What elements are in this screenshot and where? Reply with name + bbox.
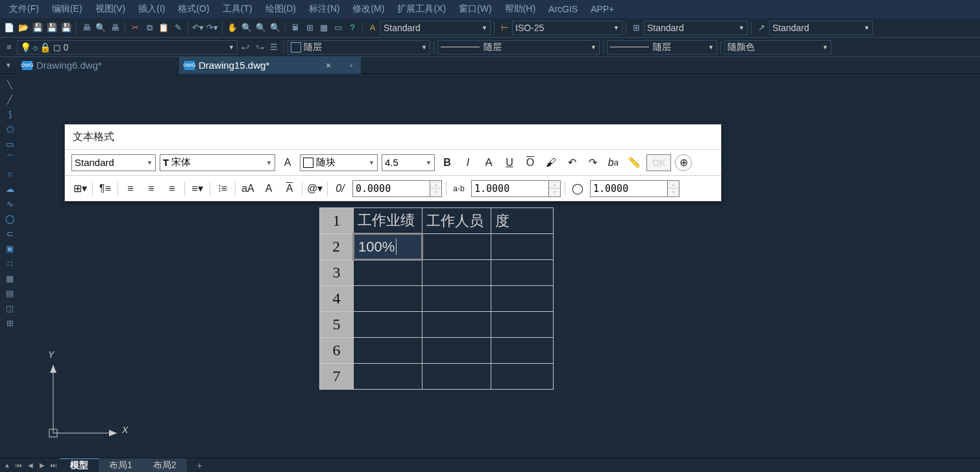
tracking-input[interactable]	[352, 180, 430, 197]
oblique-icon[interactable]: 0/	[332, 180, 349, 197]
layermatch-icon[interactable]: ⮑	[253, 41, 266, 54]
width-factor-icon[interactable]: a-b	[450, 180, 467, 197]
table-cell[interactable]	[423, 338, 491, 364]
menu-help[interactable]: 帮助(H)	[500, 2, 541, 16]
spin-down-icon[interactable]: ▼	[668, 189, 679, 196]
menu-view[interactable]: 视图(V)	[90, 2, 131, 16]
menu-edit[interactable]: 编辑(E)	[47, 2, 88, 16]
xline-icon[interactable]: ╱	[3, 93, 16, 106]
layerstates-icon[interactable]: ☰	[267, 41, 280, 54]
menu-arcgis[interactable]: ArcGIS	[543, 3, 583, 16]
color-combo[interactable]: 随层▼	[288, 40, 430, 54]
table-icon[interactable]: ⊞	[303, 21, 316, 34]
table-cell[interactable]	[423, 364, 491, 390]
ellipse-icon[interactable]: ◯	[3, 212, 16, 225]
layout-tab-add[interactable]: +	[187, 458, 213, 473]
tab-dropdown-button[interactable]: ▼	[0, 57, 17, 74]
menu-format[interactable]: 格式(O)	[173, 2, 214, 16]
tab-next-icon[interactable]: ▶	[36, 462, 48, 469]
numbering-icon[interactable]: ⁝≡	[214, 180, 231, 197]
arc2-icon[interactable]: ⌒	[3, 152, 16, 165]
tab-first-icon[interactable]: ⏮	[13, 462, 25, 469]
table-cell[interactable]	[354, 286, 423, 312]
block-icon[interactable]: ▣	[3, 242, 16, 255]
circle-icon[interactable]: ○	[3, 167, 16, 180]
spin-up-icon[interactable]: ▲	[668, 181, 679, 189]
menu-draw[interactable]: 绘图(D)	[260, 2, 301, 16]
paste-icon[interactable]: 📋	[157, 21, 170, 34]
ellipsearc-icon[interactable]: ⊂	[3, 227, 16, 240]
highlight-icon[interactable]: 🖌	[543, 154, 559, 171]
tab-last-icon[interactable]: ⏭	[48, 462, 60, 469]
cut-icon[interactable]: ✂	[129, 21, 141, 34]
table-cell[interactable]	[423, 260, 491, 286]
spline-icon[interactable]: ∿	[3, 197, 16, 210]
layer-combo[interactable]: 💡 ☼ 🔒 ◻ 0 ▼	[17, 40, 238, 54]
region-icon[interactable]: ◫	[3, 301, 16, 314]
row-header[interactable]: 5	[320, 312, 354, 338]
vec-a-icon[interactable]: A	[281, 180, 298, 197]
gradient-icon[interactable]: ▤	[3, 287, 16, 300]
redo-button[interactable]: ↷	[584, 154, 601, 171]
close-icon[interactable]: ×	[326, 60, 331, 71]
saveas-icon[interactable]: 💾	[60, 21, 73, 34]
undo-button[interactable]: ↶	[563, 154, 580, 171]
table-cell[interactable]	[491, 234, 554, 260]
line-icon[interactable]: ╲	[3, 78, 16, 91]
table-cell[interactable]	[423, 312, 491, 338]
plot-icon[interactable]: 🖶	[80, 21, 93, 34]
table-cell[interactable]	[354, 312, 423, 338]
table-cell[interactable]	[354, 260, 423, 286]
row-header[interactable]: 6	[320, 338, 354, 364]
table-header-cell[interactable]: 工作业绩	[354, 208, 423, 234]
doc-tab-inactive[interactable]: DWG Drawing6.dwg*	[17, 57, 179, 74]
dim-style-combo[interactable]: ISO-25▼	[512, 21, 622, 35]
hatch-icon[interactable]: ▦	[3, 272, 16, 285]
layermgr-icon[interactable]: ≡	[3, 41, 16, 54]
textstyle-icon[interactable]: A	[366, 21, 379, 34]
pan-icon[interactable]: ✋	[226, 21, 239, 34]
align-center-icon[interactable]: ≡	[143, 180, 160, 197]
oblique-spinner[interactable]: ▲▼	[590, 180, 680, 197]
height-select[interactable]: 4.5▼	[382, 154, 435, 171]
preview-icon[interactable]: 🔍	[94, 21, 107, 34]
text-style-combo[interactable]: Standard▼	[380, 21, 491, 35]
calc-icon[interactable]: 🖩	[289, 21, 302, 34]
text-style-select[interactable]: Standard▼	[71, 154, 156, 171]
table-cell[interactable]	[354, 338, 423, 364]
help-icon[interactable]: ?	[346, 21, 359, 34]
table-cell[interactable]	[423, 234, 491, 260]
table-header-cell[interactable]: 度	[491, 208, 554, 234]
zoomprev-icon[interactable]: 🔍	[269, 21, 282, 34]
table-header-cell[interactable]: 工作人员	[423, 208, 491, 234]
linetype-combo[interactable]: 随层▼	[437, 40, 600, 54]
tracking-spinner[interactable]: ▲▼	[352, 180, 442, 197]
layout-tab-model[interactable]: 模型	[60, 458, 99, 473]
table-cell[interactable]	[491, 260, 554, 286]
color-select[interactable]: 随块▼	[300, 154, 378, 171]
arc-icon[interactable]: ⟆	[3, 108, 16, 121]
menu-modify[interactable]: 修改(M)	[347, 2, 389, 16]
plotstyle-combo[interactable]: 随颜色▼	[724, 40, 831, 54]
align-right-icon[interactable]: ≡	[164, 180, 180, 197]
mleader-icon[interactable]: ↗	[755, 21, 768, 34]
linespacing-icon[interactable]: ≡▾	[189, 180, 206, 197]
font-select[interactable]: T宋体▼	[160, 154, 275, 171]
undo-icon[interactable]: ↶▾	[191, 21, 204, 34]
doc-tab-active[interactable]: DWG Drawing15.dwg* ×	[179, 57, 341, 74]
table2-icon[interactable]: ⊞	[3, 316, 16, 329]
menu-file[interactable]: 文件(F)	[4, 2, 44, 16]
spinner-buttons[interactable]: ▲▼	[668, 180, 680, 197]
width-spinner[interactable]: ▲▼	[471, 180, 561, 197]
copy-icon[interactable]: ⧉	[143, 21, 156, 34]
symbol-icon[interactable]: @▾	[306, 180, 323, 197]
menu-extension[interactable]: 扩展工具(X)	[392, 2, 451, 16]
spinner-buttons[interactable]: ▲▼	[549, 180, 561, 197]
table-cell[interactable]	[491, 312, 554, 338]
uppercase-icon[interactable]: aA	[239, 180, 256, 197]
annotative-icon[interactable]: A	[279, 154, 296, 171]
tablestyle-icon[interactable]: ⊞	[630, 21, 643, 34]
ok-button[interactable]: OK	[646, 154, 671, 171]
spin-down-icon[interactable]: ▼	[549, 189, 560, 196]
menu-appplus[interactable]: APP+	[585, 3, 619, 16]
